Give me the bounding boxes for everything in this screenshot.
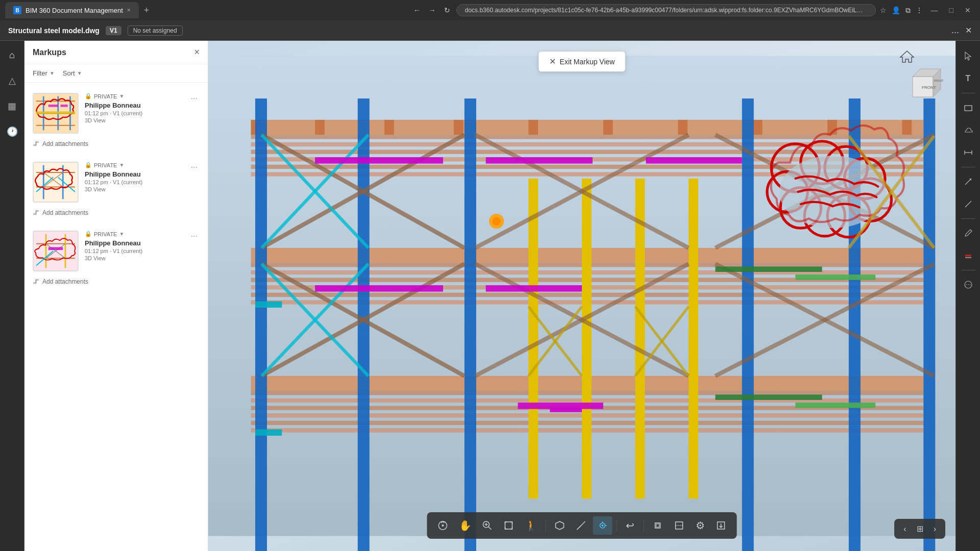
filter-button[interactable]: Filter ▼ bbox=[33, 69, 55, 77]
eraser-tool-button[interactable] bbox=[959, 276, 977, 294]
header-close-button[interactable]: ✕ bbox=[965, 26, 972, 35]
menu-icon[interactable]: ⋮ bbox=[916, 6, 923, 14]
cloud-tool-button[interactable] bbox=[959, 121, 977, 139]
address-bar[interactable]: docs.b360.autodesk.com/projects/81c1c05c… bbox=[456, 4, 876, 16]
svg-point-104 bbox=[492, 217, 501, 226]
version-badge[interactable]: V1 bbox=[106, 26, 121, 35]
close-button[interactable]: ✕ bbox=[961, 5, 975, 15]
svg-rect-100 bbox=[795, 403, 875, 408]
svg-rect-36 bbox=[678, 120, 688, 135]
bookmark-icon[interactable]: ☆ bbox=[880, 6, 887, 14]
zoom-region-button[interactable] bbox=[478, 516, 497, 535]
tab-close-button[interactable]: × bbox=[127, 7, 131, 14]
svg-rect-99 bbox=[715, 394, 822, 399]
markup-view-2: 3D View bbox=[85, 186, 183, 192]
line-tool-button[interactable] bbox=[959, 195, 977, 213]
text-tool-button[interactable]: T bbox=[959, 69, 977, 88]
svg-rect-146 bbox=[965, 106, 972, 111]
browser-chrome: B BIM 360 Document Management × + ← → ↻ … bbox=[0, 0, 980, 20]
explode-button[interactable] bbox=[648, 516, 668, 535]
orbit-button[interactable] bbox=[433, 516, 453, 535]
select-tool-button[interactable] bbox=[959, 47, 977, 65]
markup-info-1: 🔒 PRIVATE ▼ Philippe Bonneau 01:12 pm · … bbox=[85, 93, 183, 123]
markup-more-button-3[interactable]: ··· bbox=[189, 231, 200, 242]
svg-text:FRONT: FRONT bbox=[922, 85, 936, 90]
minimize-button[interactable]: — bbox=[927, 5, 942, 15]
grid-nav-icon[interactable]: ▦ bbox=[5, 97, 19, 115]
markup-item-3: 🔒 PRIVATE ▼ Philippe Bonneau 01:12 pm · … bbox=[24, 224, 208, 293]
refresh-button[interactable]: ↻ bbox=[442, 4, 452, 16]
pan-button[interactable]: ✋ bbox=[455, 516, 476, 535]
alert-nav-icon[interactable]: △ bbox=[6, 72, 19, 89]
measure-button[interactable] bbox=[572, 516, 591, 535]
extensions-icon[interactable]: ⧉ bbox=[905, 6, 911, 15]
attach-icon-2: 🖇 bbox=[33, 209, 39, 216]
browser-controls: ← → ↻ bbox=[411, 4, 452, 16]
new-tab-button[interactable]: + bbox=[141, 4, 153, 17]
section-button[interactable] bbox=[670, 516, 689, 535]
markup-meta-3: 01:12 pm · V1 (current) bbox=[85, 248, 183, 254]
settings-button[interactable]: ⚙ bbox=[691, 516, 709, 535]
panel-close-button[interactable]: × bbox=[194, 47, 200, 58]
markup-thumbnail-2[interactable] bbox=[33, 162, 79, 203]
tab-bar: B BIM 360 Document Management × + bbox=[5, 2, 407, 18]
markups-panel: Markups × Filter ▼ Sort ▼ bbox=[24, 41, 208, 551]
markup-thumbnail-3[interactable] bbox=[33, 231, 79, 271]
markup-privacy-2: 🔒 PRIVATE ▼ bbox=[85, 162, 183, 168]
svg-rect-97 bbox=[715, 266, 822, 271]
maximize-button[interactable]: □ bbox=[945, 5, 958, 15]
rt-separator-1 bbox=[961, 93, 975, 93]
main-layout: ⌂ △ ▦ 🕐 Markups × Filter ▼ Sort ▼ bbox=[0, 41, 980, 551]
viewer-home-icon[interactable] bbox=[899, 49, 915, 67]
svg-rect-72 bbox=[635, 307, 645, 498]
home-nav-icon[interactable]: ⌂ bbox=[6, 47, 18, 64]
view-cube[interactable]: FRONT RIGHT bbox=[902, 66, 943, 107]
svg-rect-101 bbox=[255, 301, 282, 308]
markup-more-button-2[interactable]: ··· bbox=[189, 162, 200, 173]
markup-author-3: Philippe Bonneau bbox=[85, 239, 183, 247]
shape-tool-button[interactable] bbox=[959, 98, 977, 117]
forward-button[interactable]: → bbox=[427, 4, 438, 16]
add-attachments-label-1: Add attachments bbox=[42, 140, 88, 147]
markup-more-button-1[interactable]: ··· bbox=[189, 93, 200, 104]
fit-button[interactable] bbox=[499, 516, 519, 535]
add-attachments-1[interactable]: 🖇 Add attachments bbox=[33, 138, 200, 154]
svg-rect-37 bbox=[753, 120, 763, 135]
svg-rect-26 bbox=[48, 247, 63, 250]
viewer-area[interactable]: ✕ Exit Markup View FRONT RIGHT bbox=[208, 41, 955, 551]
add-attachments-2[interactable]: 🖇 Add attachments bbox=[33, 207, 200, 222]
active-tab[interactable]: B BIM 360 Document Management × bbox=[5, 2, 139, 18]
svg-rect-90 bbox=[315, 157, 443, 164]
svg-rect-33 bbox=[454, 120, 463, 135]
header-more-button[interactable]: ... bbox=[951, 25, 959, 36]
exit-markup-button[interactable]: ✕ Exit Markup View bbox=[538, 51, 626, 72]
left-sidebar: ⌂ △ ▦ 🕐 bbox=[0, 41, 24, 551]
sort-button[interactable]: Sort ▼ bbox=[63, 69, 82, 77]
prev-nav-button[interactable]: ‹ bbox=[899, 522, 910, 536]
no-set-badge[interactable]: No set assigned bbox=[128, 26, 183, 36]
back-button[interactable]: ← bbox=[411, 4, 423, 16]
dimension-tool-button[interactable] bbox=[959, 143, 977, 162]
arrow-tool-button[interactable] bbox=[959, 172, 977, 191]
grid-nav-button[interactable]: ⊞ bbox=[913, 522, 927, 536]
privacy-dropdown-icon[interactable]: ▼ bbox=[119, 93, 124, 99]
undo-button[interactable]: ↩ bbox=[621, 516, 640, 535]
bottom-nav: ‹ ⊞ › bbox=[894, 519, 945, 539]
privacy-dropdown-icon-2[interactable]: ▼ bbox=[119, 162, 124, 168]
export-button[interactable] bbox=[712, 516, 731, 535]
pen-tool-button[interactable] bbox=[959, 224, 977, 242]
box-button[interactable] bbox=[550, 516, 570, 535]
highlight-tool-button[interactable] bbox=[959, 246, 977, 265]
privacy-dropdown-icon-3[interactable]: ▼ bbox=[119, 231, 124, 237]
profile-icon[interactable]: 👤 bbox=[892, 6, 900, 14]
markup-thumbnail-1[interactable] bbox=[33, 93, 79, 134]
svg-rect-65 bbox=[923, 98, 935, 551]
next-nav-button[interactable]: › bbox=[929, 522, 940, 536]
person-button[interactable]: 🚶 bbox=[521, 516, 542, 535]
add-attachments-3[interactable]: 🖇 Add attachments bbox=[33, 276, 200, 291]
svg-rect-10 bbox=[34, 163, 78, 202]
svg-line-135 bbox=[579, 526, 581, 528]
svg-rect-98 bbox=[795, 274, 875, 280]
camera-button[interactable] bbox=[593, 516, 612, 535]
activity-nav-icon[interactable]: 🕐 bbox=[4, 123, 21, 140]
